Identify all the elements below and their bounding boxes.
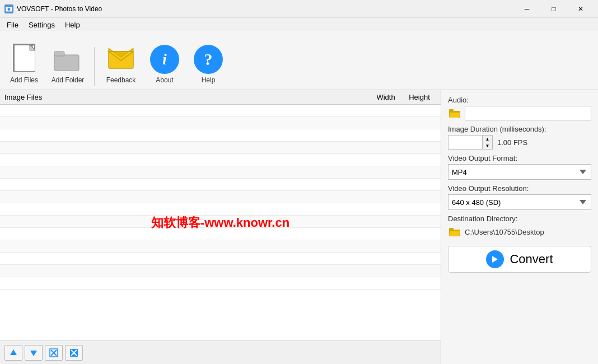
svg-rect-5 <box>54 55 79 71</box>
table-row <box>0 154 441 166</box>
arrow-right-icon <box>490 254 500 264</box>
destination-section: Destination Directory: C:\Users\10755\De… <box>448 214 591 239</box>
duration-spin-buttons: ▲ ▼ <box>482 136 492 149</box>
table-row <box>0 105 441 117</box>
file-panel: Image Files Width Height <box>0 90 441 364</box>
title-bar-left: VOVSOFT - Photos to Video <box>4 4 102 13</box>
about-icon: i <box>150 45 179 74</box>
add-files-label: Add Files <box>10 76 38 84</box>
destination-row: C:\Users\10755\Desktop <box>448 225 591 239</box>
move-down-button[interactable] <box>25 345 43 361</box>
feedback-button[interactable]: Feedback <box>101 40 141 86</box>
audio-section: Audio: <box>448 96 591 120</box>
duration-input-wrap: 1000 ▲ ▼ <box>448 135 493 150</box>
destination-label: Destination Directory: <box>448 214 591 223</box>
destination-path: C:\Users\10755\Desktop <box>465 228 591 236</box>
column-height: Height <box>403 93 436 101</box>
move-up-button[interactable] <box>4 345 22 361</box>
table-row <box>0 191 441 203</box>
remove-all-button[interactable] <box>65 345 83 361</box>
main-content: Image Files Width Height <box>0 90 598 364</box>
table-row <box>0 203 441 216</box>
convert-button[interactable]: Convert <box>448 246 591 273</box>
table-row <box>0 265 441 277</box>
feedback-icon <box>106 43 136 74</box>
svg-marker-20 <box>449 113 460 118</box>
format-select[interactable]: MP4 AVI MOV WMV MKV <box>448 164 591 180</box>
fps-label: 1.00 FPS <box>497 138 527 147</box>
maximize-button[interactable]: □ <box>541 2 567 16</box>
svg-rect-19 <box>449 109 454 111</box>
column-width: Width <box>369 93 403 101</box>
about-button[interactable]: i About <box>145 43 184 86</box>
move-up-icon <box>9 348 18 357</box>
remove-selected-icon <box>49 348 58 357</box>
svg-marker-24 <box>492 256 498 263</box>
title-bar: VOVSOFT - Photos to Video ─ □ ✕ <box>0 0 598 18</box>
resolution-select-wrap: 640 x 480 (SD) 1280 x 720 (HD) 1920 x 10… <box>448 194 591 210</box>
move-down-icon <box>29 348 38 357</box>
svg-rect-2 <box>7 6 11 7</box>
remove-selected-button[interactable] <box>45 345 63 361</box>
audio-browse-button[interactable] <box>448 106 462 120</box>
menu-settings[interactable]: Settings <box>24 20 59 30</box>
bottom-bar <box>0 340 441 364</box>
right-panel: Audio: Image Duration (milliseconds): 10… <box>441 90 598 364</box>
table-row <box>0 277 441 290</box>
audio-label: Audio: <box>448 96 591 104</box>
menu-bar: File Settings Help <box>0 18 598 31</box>
convert-label: Convert <box>510 252 553 267</box>
file-list-rows <box>0 105 441 290</box>
resolution-section: Video Output Resolution: 640 x 480 (SD) … <box>448 184 591 210</box>
duration-spin-up[interactable]: ▲ <box>482 136 492 142</box>
menu-file[interactable]: File <box>2 20 23 30</box>
add-files-button[interactable]: Add Files <box>4 39 44 86</box>
add-folder-label: Add Folder <box>52 76 85 84</box>
table-row <box>0 179 441 191</box>
toolbar-divider <box>94 47 95 86</box>
format-section: Video Output Format: MP4 AVI MOV WMV MKV <box>448 154 591 180</box>
about-label: About <box>156 76 173 84</box>
duration-spin-down[interactable]: ▼ <box>482 142 492 149</box>
help-label: Help <box>202 76 216 84</box>
format-label: Video Output Format: <box>448 154 591 162</box>
svg-marker-11 <box>30 351 37 356</box>
remove-all-icon <box>69 348 78 357</box>
close-button[interactable]: ✕ <box>568 2 594 16</box>
help-button[interactable]: ? Help <box>189 43 228 86</box>
table-row <box>0 228 441 240</box>
table-row <box>0 240 441 253</box>
window-title: VOVSOFT - Photos to Video <box>17 5 102 13</box>
menu-help[interactable]: Help <box>60 20 85 30</box>
app-icon <box>4 4 13 13</box>
svg-rect-22 <box>449 228 454 230</box>
minimize-button[interactable]: ─ <box>514 2 540 16</box>
destination-folder-icon <box>449 227 461 237</box>
audio-input[interactable] <box>465 106 591 120</box>
add-folder-icon <box>53 45 82 74</box>
file-list-body[interactable]: 知软博客-www.knowr.cn <box>0 105 441 340</box>
file-list-header: Image Files Width Height <box>0 90 441 105</box>
table-row <box>0 166 441 179</box>
svg-marker-23 <box>449 231 460 236</box>
feedback-label: Feedback <box>106 76 136 84</box>
destination-browse-button[interactable] <box>448 225 462 239</box>
table-row <box>0 253 441 265</box>
format-select-wrap: MP4 AVI MOV WMV MKV <box>448 164 591 180</box>
svg-rect-6 <box>54 52 64 56</box>
add-files-icon <box>10 41 39 74</box>
table-row <box>0 142 441 154</box>
title-bar-controls: ─ □ ✕ <box>514 2 594 16</box>
column-image-files: Image Files <box>4 93 369 101</box>
resolution-select[interactable]: 640 x 480 (SD) 1280 x 720 (HD) 1920 x 10… <box>448 194 591 210</box>
duration-input-row: 1000 ▲ ▼ 1.00 FPS <box>448 135 591 150</box>
svg-marker-10 <box>10 349 17 355</box>
resolution-label: Video Output Resolution: <box>448 184 591 193</box>
duration-label: Image Duration (milliseconds): <box>448 125 591 133</box>
add-folder-button[interactable]: Add Folder <box>48 43 87 86</box>
table-row <box>0 216 441 228</box>
duration-section: Image Duration (milliseconds): 1000 ▲ ▼ … <box>448 125 591 150</box>
svg-marker-4 <box>30 45 35 50</box>
convert-arrow-icon <box>486 250 504 268</box>
duration-input[interactable]: 1000 <box>448 136 482 149</box>
